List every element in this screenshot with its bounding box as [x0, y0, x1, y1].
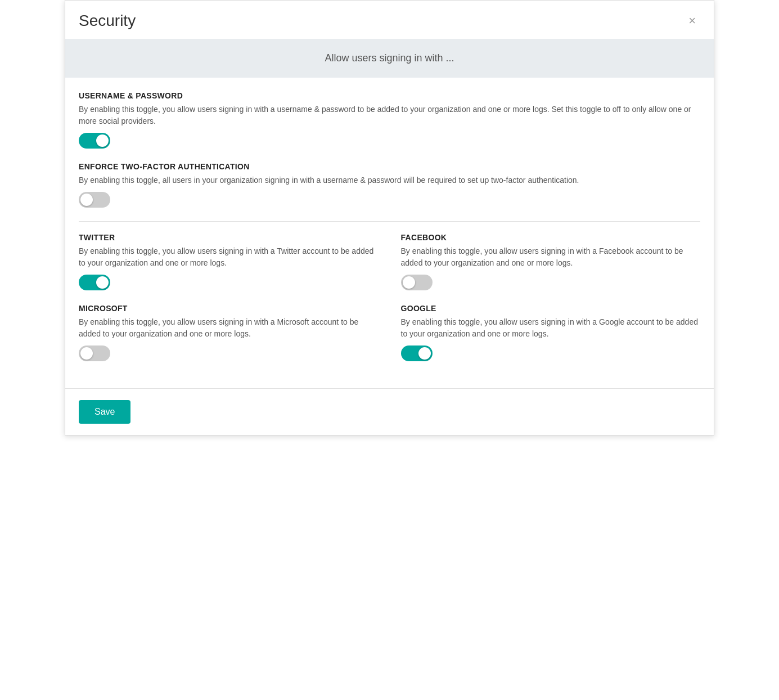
username-password-track — [79, 133, 110, 149]
microsoft-setting: MICROSOFT By enabling this toggle, you a… — [79, 304, 379, 375]
section-divider — [79, 221, 700, 222]
content-area: USERNAME & PASSWORD By enabling this tog… — [65, 78, 714, 388]
twitter-toggle[interactable] — [79, 275, 110, 290]
two-factor-knob — [80, 194, 93, 206]
facebook-setting: FACEBOOK By enabling this toggle, you al… — [401, 233, 701, 304]
microsoft-desc: By enabling this toggle, you allow users… — [79, 316, 379, 340]
banner-text: Allow users signing in with ... — [325, 52, 454, 64]
google-toggle[interactable] — [401, 345, 433, 361]
google-title: GOOGLE — [401, 304, 701, 313]
google-desc: By enabling this toggle, you allow users… — [401, 316, 701, 340]
twitter-desc: By enabling this toggle, you allow users… — [79, 245, 379, 269]
security-dialog: Security × Allow users signing in with .… — [65, 0, 714, 436]
twitter-setting: TWITTER By enabling this toggle, you all… — [79, 233, 379, 304]
facebook-desc: By enabling this toggle, you allow users… — [401, 245, 701, 269]
google-track — [401, 345, 433, 361]
username-password-toggle[interactable] — [79, 133, 110, 149]
two-factor-title: ENFORCE TWO-FACTOR AUTHENTICATION — [79, 162, 700, 171]
twitter-title: TWITTER — [79, 233, 379, 242]
two-factor-track — [79, 192, 110, 208]
google-setting: GOOGLE By enabling this toggle, you allo… — [401, 304, 701, 375]
close-button[interactable]: × — [684, 12, 700, 29]
google-knob — [418, 347, 431, 360]
facebook-track — [401, 275, 433, 290]
two-factor-setting: ENFORCE TWO-FACTOR AUTHENTICATION By ena… — [79, 162, 700, 210]
microsoft-knob — [80, 347, 93, 360]
social-providers-grid: TWITTER By enabling this toggle, you all… — [79, 233, 700, 375]
two-factor-desc: By enabling this toggle, all users in yo… — [79, 174, 700, 186]
username-password-knob — [96, 134, 109, 147]
save-button[interactable]: Save — [79, 400, 130, 424]
username-password-title: USERNAME & PASSWORD — [79, 91, 700, 100]
dialog-header: Security × — [65, 1, 714, 39]
facebook-knob — [403, 276, 415, 289]
microsoft-track — [79, 345, 110, 361]
dialog-footer: Save — [65, 388, 714, 435]
username-password-desc: By enabling this toggle, you allow users… — [79, 104, 700, 127]
facebook-toggle[interactable] — [401, 275, 433, 290]
dialog-title: Security — [79, 12, 136, 30]
microsoft-toggle[interactable] — [79, 345, 110, 361]
username-password-setting: USERNAME & PASSWORD By enabling this tog… — [79, 91, 700, 151]
twitter-track — [79, 275, 110, 290]
facebook-title: FACEBOOK — [401, 233, 701, 242]
twitter-knob — [96, 276, 109, 289]
section-banner: Allow users signing in with ... — [65, 39, 714, 78]
two-factor-toggle[interactable] — [79, 192, 110, 208]
microsoft-title: MICROSOFT — [79, 304, 379, 313]
